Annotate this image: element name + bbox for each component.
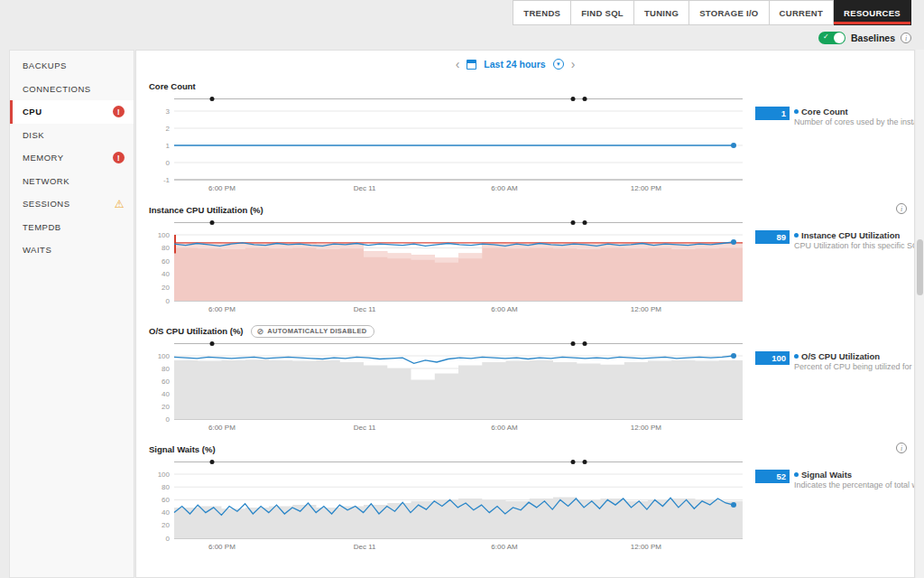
chart-section-instance-cpu: Instance CPU Utilization (%) 10080604020…	[149, 203, 914, 315]
svg-text:40: 40	[162, 390, 170, 398]
svg-text:20: 20	[162, 284, 170, 292]
chart-info-icon[interactable]: i	[896, 203, 907, 214]
sidebar-item-tempdb[interactable]: TEMPDB	[10, 216, 134, 239]
svg-text:12:00 PM: 12:00 PM	[631, 184, 662, 192]
alert-badge-icon: !	[113, 106, 125, 117]
svg-text:6:00 AM: 6:00 AM	[491, 184, 518, 192]
event-marker-strip	[174, 458, 743, 467]
svg-text:40: 40	[162, 508, 170, 517]
svg-text:0: 0	[166, 297, 171, 305]
sidebar-item-label: CPU	[23, 107, 42, 117]
svg-text:20: 20	[162, 403, 170, 411]
metric-summary: 100 O/S CPU Utilization Percent of CPU b…	[755, 351, 915, 434]
svg-text:6:00 AM: 6:00 AM	[491, 424, 518, 432]
sidebar-item-label: BACKUPS	[23, 61, 67, 70]
instance-cpu-chart: 1008060402006:00 PMDec 116:00 AM12:00 PM	[149, 228, 752, 315]
svg-text:Dec 11: Dec 11	[354, 424, 376, 432]
sidebar-item-label: DISK	[23, 130, 44, 140]
chart-section-core-count: Core Count 3210-16:00 PMDec 116:00 AM12:…	[149, 79, 914, 194]
svg-text:6:00 PM: 6:00 PM	[208, 543, 236, 551]
app-root: TRENDS FIND SQL TUNING STORAGE I/O CURRE…	[0, 0, 924, 578]
alert-badge-icon: !	[113, 152, 125, 163]
sidebar-item-label: CONNECTIONS	[23, 84, 91, 94]
chart-section-os-cpu: O/S CPU Utilization (%) ⊘ AUTOMATICALLY …	[149, 324, 914, 434]
series-dot-icon	[794, 354, 799, 359]
scrollbar-thumb[interactable]	[917, 239, 923, 295]
series-dot-icon	[794, 233, 799, 238]
chart-title: Instance CPU Utilization (%)	[149, 205, 263, 215]
metric-description: Indicates the percentage of total waits …	[794, 480, 915, 489]
os-cpu-chart: 1008060402006:00 PMDec 116:00 AM12:00 PM	[149, 349, 752, 434]
sidebar-item-cpu[interactable]: CPU!	[10, 100, 134, 124]
event-marker-strip	[174, 219, 743, 228]
tab-resources[interactable]: RESOURCES	[834, 0, 911, 25]
prev-range-icon[interactable]: ‹	[456, 58, 460, 70]
baselines-bar: ✓ Baselines i	[0, 29, 911, 47]
toggle-knob	[834, 33, 845, 43]
tab-find-sql[interactable]: FIND SQL	[571, 0, 634, 25]
metric-name: Signal Waits	[801, 470, 852, 480]
metric-description: Number of cores used by the instance ...	[794, 117, 915, 126]
sidebar-item-sessions[interactable]: SESSIONS⚠	[10, 192, 134, 216]
svg-text:100: 100	[158, 231, 171, 239]
metric-summary: 89 Instance CPU Utilization CPU Utilizat…	[755, 230, 915, 315]
svg-text:0: 0	[166, 159, 171, 167]
sidebar-item-label: SESSIONS	[23, 199, 70, 209]
tab-storage-io[interactable]: STORAGE I/O	[689, 0, 769, 25]
svg-text:12:00 PM: 12:00 PM	[631, 543, 662, 551]
metric-summary: 52 Signal Waits Indicates the percentage…	[755, 470, 915, 553]
chart-section-signal-waits: Signal Waits (%) 1008060402006:00 PMDec …	[149, 443, 914, 553]
svg-text:6:00 AM: 6:00 AM	[491, 305, 518, 313]
range-dropdown-icon[interactable]: ▾	[553, 59, 564, 70]
sidebar-item-network[interactable]: NETWORK	[10, 170, 134, 193]
charts-panel: ‹ Last 24 hours ▾ › Core Count 3210-16:0…	[135, 50, 915, 578]
svg-text:80: 80	[162, 483, 170, 491]
calendar-icon	[467, 60, 476, 70]
baselines-info-icon[interactable]: i	[901, 33, 911, 43]
tab-current[interactable]: CURRENT	[770, 0, 835, 25]
tab-trends[interactable]: TRENDS	[513, 0, 571, 25]
svg-text:100: 100	[158, 471, 171, 479]
baselines-toggle[interactable]: ✓	[818, 32, 845, 44]
metric-value-badge: 1	[755, 107, 790, 120]
time-range-label[interactable]: Last 24 hours	[484, 59, 545, 70]
chart-title: O/S CPU Utilization (%)	[149, 326, 244, 336]
baselines-label: Baselines	[851, 33, 895, 43]
event-marker-strip	[174, 340, 743, 349]
svg-text:3: 3	[166, 107, 171, 116]
metric-value-badge: 89	[755, 230, 790, 244]
svg-text:2: 2	[166, 125, 171, 133]
svg-text:60: 60	[162, 257, 170, 266]
sidebar-item-memory[interactable]: MEMORY!	[10, 146, 134, 170]
next-range-icon[interactable]: ›	[571, 58, 576, 70]
svg-text:100: 100	[158, 352, 171, 360]
chart-title: Signal Waits (%)	[149, 444, 216, 454]
metric-name: O/S CPU Utilization	[801, 351, 880, 361]
svg-text:0: 0	[166, 415, 171, 424]
svg-text:12:00 PM: 12:00 PM	[631, 424, 662, 432]
svg-text:0: 0	[166, 535, 171, 543]
time-range-nav: ‹ Last 24 hours ▾ ›	[212, 58, 818, 70]
svg-text:-1: -1	[163, 176, 171, 184]
top-tab-bar: TRENDS FIND SQL TUNING STORAGE I/O CURRE…	[0, 0, 924, 25]
sidebar-item-label: WAITS	[23, 245, 51, 255]
sidebar-item-label: MEMORY	[23, 153, 64, 163]
sidebar-item-connections[interactable]: CONNECTIONS	[10, 78, 134, 101]
svg-text:6:00 PM: 6:00 PM	[208, 305, 236, 313]
svg-text:Dec 11: Dec 11	[354, 305, 376, 313]
tab-tuning[interactable]: TUNING	[634, 0, 689, 25]
vertical-scrollbar[interactable]	[916, 50, 924, 578]
metric-value-badge: 52	[755, 470, 790, 483]
svg-text:80: 80	[162, 244, 170, 252]
svg-text:6:00 PM: 6:00 PM	[208, 184, 236, 192]
metric-description: Percent of CPU being utilized for the e.…	[794, 362, 915, 371]
sidebar-item-label: TEMPDB	[23, 222, 61, 232]
auto-disabled-badge: ⊘ AUTOMATICALLY DISABLED	[251, 325, 375, 338]
sidebar-item-waits[interactable]: WAITS	[10, 238, 134, 262]
svg-text:20: 20	[162, 521, 170, 529]
chart-info-icon[interactable]: i	[896, 443, 907, 453]
auto-disabled-label: AUTOMATICALLY DISABLED	[267, 327, 366, 335]
svg-text:Dec 11: Dec 11	[354, 184, 376, 192]
sidebar-item-disk[interactable]: DISK	[10, 124, 134, 147]
sidebar-item-backups[interactable]: BACKUPS	[10, 54, 134, 78]
